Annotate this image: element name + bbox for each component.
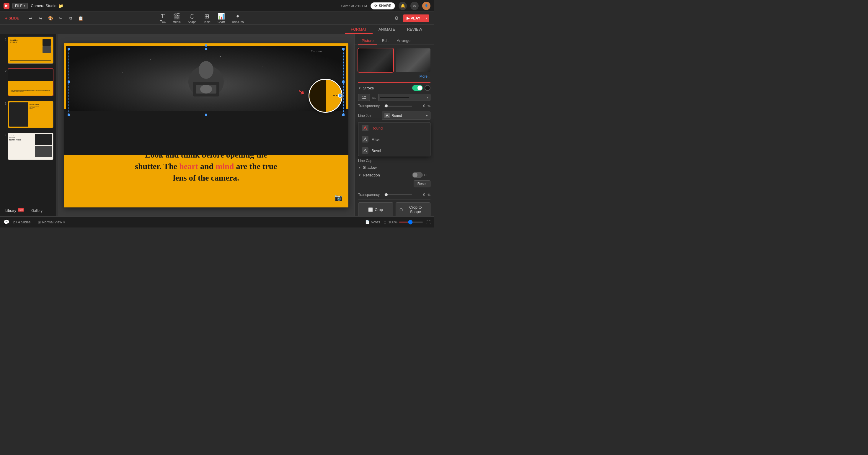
media-tool[interactable]: 🎬 Media <box>173 13 181 24</box>
notification-button[interactable]: 🔔 <box>399 2 407 10</box>
file-chevron: ▾ <box>24 4 25 7</box>
photo-image[interactable]: Canon <box>66 46 346 111</box>
tab-picture[interactable]: Picture <box>358 37 377 44</box>
addons-tool[interactable]: ✦ Add-Ons <box>232 13 244 24</box>
chart-icon: 📊 <box>218 13 225 20</box>
slide-num-4: 4 <box>2 134 6 137</box>
tab-format[interactable]: FORMAT <box>345 25 373 34</box>
slide-thumb-3[interactable]: Be a like Camera, Focus on what matters,… <box>8 101 54 128</box>
file-menu-button[interactable]: FILE ▾ <box>12 3 28 9</box>
crop-row: ⬜ Crop ⬡ Crop to Shape <box>358 202 430 216</box>
slide-row-3: 3 Be a like Camera, Focus on what matter… <box>2 101 54 128</box>
reflection-toggle[interactable] <box>412 172 423 178</box>
text-line2: shutter. The <box>135 162 179 171</box>
dropdown-item-miter[interactable]: Miter <box>359 134 430 145</box>
thumb2-bg: Look and think before opening the shutte… <box>8 69 53 96</box>
reflection-label-group: ▼ Reflection <box>358 173 380 177</box>
stroke-header-row: ▼ Stroke <box>358 85 430 91</box>
chart-tool[interactable]: 📊 Chart <box>218 13 225 24</box>
paste-button[interactable]: 📋 <box>77 14 85 23</box>
dropdown-item-round[interactable]: Round <box>359 123 430 134</box>
table-tool[interactable]: ⊞ Table <box>204 13 211 24</box>
fullscreen-button[interactable]: ⛶ <box>426 220 430 225</box>
file-label: FILE <box>15 4 23 8</box>
image-preview-1[interactable] <box>358 48 393 72</box>
chat-icon[interactable]: 💬 <box>4 219 9 225</box>
reset-button[interactable]: Reset <box>414 180 430 187</box>
play-button[interactable]: ▶ PLAY <box>403 14 424 22</box>
text-tool[interactable]: T Text <box>160 13 165 23</box>
tab-animate[interactable]: ANIMATE <box>373 25 401 34</box>
crop-button[interactable]: ⬜ Crop <box>358 202 393 216</box>
bottom-transparency-value: 0 <box>414 193 425 197</box>
tab-arrange[interactable]: Arrange <box>393 37 414 44</box>
transparency-slider-thumb[interactable] <box>385 104 388 107</box>
crop-to-shape-button[interactable]: ⬡ Crop to Shape <box>396 202 431 216</box>
thumb4-content: some text heremore text here BLURRY FOCU… <box>8 133 53 160</box>
user-avatar[interactable]: 👤 <box>422 2 430 10</box>
divider-1 <box>358 199 430 199</box>
table-icon: ⊞ <box>204 13 209 20</box>
zoom-slider[interactable] <box>399 222 423 223</box>
text-line3: are the true <box>234 162 277 171</box>
shape-tool[interactable]: ⬡ Shape <box>188 13 196 24</box>
notes-icon: 📄 <box>365 220 370 224</box>
main-toolbar: + SLIDE ↩ ↪ 🎨 ✂ ⧉ 📋 T Text 🎬 Media ⬡ Sha… <box>0 12 434 25</box>
right-panel-tabs: Picture Edit Arrange <box>354 34 434 45</box>
media-label: Media <box>173 20 181 24</box>
thumb3-text: Be a like Camera, Focus on what matters,… <box>30 102 52 127</box>
shape-label: Shape <box>188 20 196 24</box>
library-tab[interactable]: Library New <box>2 207 27 214</box>
image-preview-2[interactable] <box>396 48 431 72</box>
slide-thumb-1[interactable]: CAMERASTUDIO <box>8 37 54 64</box>
text-label: Text <box>160 20 165 23</box>
stroke-toggle[interactable] <box>412 85 423 91</box>
text-line4: lens of the camera. <box>173 173 239 182</box>
gallery-tab[interactable]: Gallery <box>28 207 45 214</box>
reflection-caret[interactable]: ▼ <box>358 173 361 177</box>
canvas-area: Canon <box>58 34 354 216</box>
paint-format-button[interactable]: 🎨 <box>46 14 55 23</box>
redo-button[interactable]: ↪ <box>37 14 45 23</box>
line-style-select[interactable]: ▾ <box>378 94 430 101</box>
share-button[interactable]: ⟳ SHARE <box>371 2 395 9</box>
scissors-button[interactable]: ✂ <box>57 14 65 23</box>
slide-text-block: Look and think before opening the shutte… <box>64 149 348 184</box>
stroke-caret[interactable]: ▼ <box>358 87 361 90</box>
play-chevron-button[interactable]: ▾ <box>424 15 429 21</box>
tab-review[interactable]: REVIEW <box>401 25 428 34</box>
more-link[interactable]: More... <box>358 74 430 78</box>
reflection-label: Reflection <box>363 173 380 177</box>
stroke-size-input[interactable]: 12 <box>358 94 370 101</box>
view-select[interactable]: ⊞ Normal View ▾ <box>38 220 65 224</box>
stroke-color-picker[interactable] <box>425 85 430 91</box>
shadow-caret[interactable]: ▼ <box>358 166 361 169</box>
bottom-transparency-row: Transparency 0 % <box>358 193 430 197</box>
slide-thumb-2[interactable]: Look and think before opening the shutte… <box>8 68 54 96</box>
dropdown-item-bevel[interactable]: Bevel <box>359 145 430 156</box>
line-join-select[interactable]: Round ▾ <box>382 111 430 120</box>
undo-button[interactable]: ↩ <box>27 14 35 23</box>
mail-button[interactable]: ✉ <box>410 2 418 10</box>
transparency-slider-container <box>384 104 412 108</box>
line-preview <box>380 97 409 98</box>
thumb2-dark <box>8 69 53 81</box>
line-cap-label: Line Cap <box>358 159 382 163</box>
zoom-icon: ⊡ <box>383 220 386 224</box>
copy-button[interactable]: ⧉ <box>67 14 75 23</box>
thumb4-photos <box>35 134 52 158</box>
settings-button[interactable]: ⚙ <box>392 14 401 23</box>
thumb1-line <box>10 61 51 61</box>
table-label: Table <box>204 20 211 24</box>
crop-icon: ⬜ <box>368 207 373 212</box>
stroke-size-row: 12 px ▾ <box>358 94 430 101</box>
tab-edit[interactable]: Edit <box>378 37 392 44</box>
add-slide-button[interactable]: + SLIDE <box>5 15 19 21</box>
bottom-slider-thumb[interactable] <box>385 193 388 196</box>
slide-thumb-4[interactable]: some text heremore text here BLURRY FOCU… <box>8 133 54 160</box>
chart-label: Chart <box>218 20 225 24</box>
notes-button[interactable]: 📄 Notes <box>365 220 380 224</box>
thumb4-bg: some text heremore text here BLURRY FOCU… <box>8 133 53 160</box>
top-right-actions: Saved at 2:15 PM ⟳ SHARE 🔔 ✉ 👤 <box>341 2 430 10</box>
addons-label: Add-Ons <box>232 20 244 24</box>
